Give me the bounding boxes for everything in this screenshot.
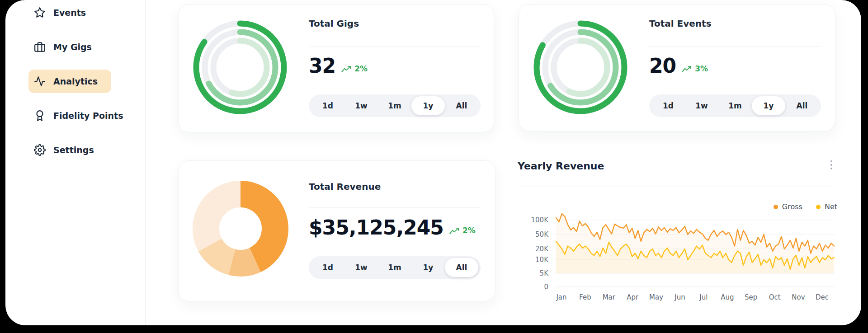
x-axis-label: Oct <box>769 293 781 301</box>
y-axis-tick: 0 <box>544 283 548 291</box>
total-events-filter-1m[interactable]: 1m <box>718 96 752 115</box>
total-gigs-filter-1m[interactable]: 1m <box>378 96 411 115</box>
x-axis-label: Feb <box>579 293 591 301</box>
time-filter-bar: 1d1w1m1yAll <box>649 94 821 117</box>
total-gigs-ring-chart <box>193 20 288 115</box>
x-axis-label: Jan <box>556 293 566 301</box>
trending-up-icon <box>681 65 692 73</box>
gear-icon <box>34 144 46 156</box>
y-axis-tick: 10K <box>535 256 548 264</box>
legend-dot-icon <box>816 205 821 209</box>
divider <box>309 46 481 47</box>
sidebar-item-fidelity-points[interactable]: Fidelity Points <box>28 104 137 127</box>
total-revenue-card: Total Revenue $35,125,245 2% 1d1w1m1yAll <box>178 160 495 301</box>
award-icon <box>34 110 46 122</box>
x-axis-label: Apr <box>627 293 638 301</box>
x-axis-labels: JanFebMarAprMayJunJulAugSepOctNovDec <box>554 293 835 302</box>
sidebar-item-label: Analytics <box>53 76 98 86</box>
trend-value: 3% <box>695 64 708 73</box>
sidebar-item-label: My Gigs <box>53 42 92 52</box>
x-axis-label: Dec <box>816 293 829 301</box>
total-revenue-filter-1d[interactable]: 1d <box>311 258 344 277</box>
card-title: Total Revenue <box>309 181 381 192</box>
legend-item-gross[interactable]: Gross <box>774 202 802 211</box>
value-row: $35,125,245 2% <box>309 217 476 239</box>
x-axis-label: May <box>649 293 663 301</box>
sidebar-item-events[interactable]: Events <box>28 1 99 24</box>
x-axis-label: Mar <box>603 293 615 301</box>
divider <box>518 187 835 187</box>
trend-badge: 3% <box>681 64 708 77</box>
legend-item-net[interactable]: Net <box>816 202 837 211</box>
total-gigs-filter-1w[interactable]: 1w <box>344 96 378 115</box>
total-events-card: Total Events 20 3% 1d1w1m1yAll <box>519 4 835 131</box>
x-axis-label: Jun <box>675 293 685 301</box>
total-gigs-filter-1d[interactable]: 1d <box>311 96 344 115</box>
sidebar-item-label: Events <box>53 8 86 18</box>
total-events-value: 20 <box>649 55 676 77</box>
y-axis-labels: 100K50K20K10K5K0 <box>520 216 548 287</box>
sidebar-nav: EventsMy GigsAnalyticsFidelity PointsSet… <box>5 1 145 173</box>
total-revenue-filter-1w[interactable]: 1w <box>344 258 378 277</box>
trending-up-icon <box>449 227 459 235</box>
time-filter-bar: 1d1w1m1yAll <box>309 256 481 279</box>
sidebar: EventsMy GigsAnalyticsFidelity PointsSet… <box>5 0 146 325</box>
card-title: Total Events <box>649 18 712 29</box>
y-axis-tick: 20K <box>535 245 548 253</box>
card-title: Total Gigs <box>309 18 359 29</box>
y-axis-tick: 50K <box>535 230 548 239</box>
trending-up-icon <box>341 65 351 73</box>
trend-badge: 2% <box>449 226 476 239</box>
value-row: 20 3% <box>649 55 708 77</box>
sidebar-item-settings[interactable]: Settings <box>28 138 108 162</box>
sidebar-item-analytics[interactable]: Analytics <box>28 70 111 93</box>
y-axis-tick: 5K <box>540 269 548 277</box>
value-row: 32 2% <box>309 55 368 77</box>
yearly-revenue-title: Yearly Revenue <box>518 160 604 172</box>
y-axis-tick: 100K <box>531 216 548 224</box>
trend-value: 2% <box>354 64 368 73</box>
legend-dot-icon <box>774 205 778 209</box>
more-options-icon[interactable] <box>825 157 838 173</box>
time-filter-bar: 1d1w1m1yAll <box>309 94 481 117</box>
total-gigs-value: 32 <box>309 55 335 77</box>
total-revenue-filter-1y[interactable]: 1y <box>411 258 445 277</box>
trend-value: 2% <box>462 226 476 235</box>
total-revenue-value: $35,125,245 <box>309 217 443 239</box>
total-revenue-filter-all[interactable]: All <box>445 258 478 277</box>
sidebar-item-label: Fidelity Points <box>53 111 123 121</box>
chart-legend: GrossNet <box>774 202 837 211</box>
activity-icon <box>34 75 46 87</box>
x-axis-label: Sep <box>745 293 757 301</box>
x-axis-label: Nov <box>792 293 805 301</box>
total-events-filter-1y[interactable]: 1y <box>752 96 785 115</box>
briefcase-icon <box>34 41 46 53</box>
x-axis-label: Jul <box>699 293 708 301</box>
total-events-filter-all[interactable]: All <box>785 96 819 115</box>
total-gigs-filter-1y[interactable]: 1y <box>411 96 445 115</box>
star-icon <box>34 7 46 19</box>
sidebar-item-my-gigs[interactable]: My Gigs <box>28 35 105 59</box>
sidebar-item-label: Settings <box>53 145 94 155</box>
total-gigs-card: Total Gigs 32 2% 1d1w1m1yAll <box>178 4 494 132</box>
dashboard-page: { "sidebar": { "items": [ { "label": "Ev… <box>0 0 868 333</box>
legend-label: Net <box>825 202 837 211</box>
yearly-revenue-line-chart <box>554 216 835 287</box>
total-revenue-donut-chart <box>192 180 289 277</box>
total-gigs-filter-all[interactable]: All <box>445 96 478 115</box>
trend-badge: 2% <box>341 64 368 77</box>
legend-label: Gross <box>782 202 802 211</box>
total-events-filter-1d[interactable]: 1d <box>651 96 685 115</box>
divider <box>309 207 481 208</box>
divider <box>649 46 821 47</box>
x-axis-label: Aug <box>721 293 734 301</box>
total-events-ring-chart <box>533 20 628 115</box>
total-revenue-filter-1m[interactable]: 1m <box>378 258 411 277</box>
total-events-filter-1w[interactable]: 1w <box>685 96 718 115</box>
